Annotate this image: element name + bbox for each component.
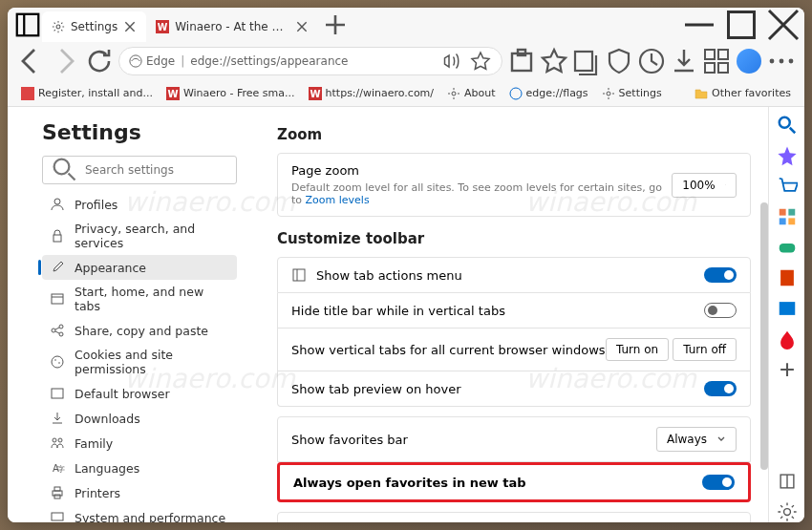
page-zoom-card: Page zoom Default zoom level for all sit… bbox=[277, 153, 751, 217]
search-settings[interactable] bbox=[42, 156, 237, 184]
close-icon[interactable] bbox=[123, 20, 137, 33]
scrollbar[interactable] bbox=[760, 202, 768, 470]
tools-icon[interactable] bbox=[777, 206, 798, 227]
favorites-bar-select[interactable]: Always bbox=[656, 427, 737, 452]
downloads-icon[interactable] bbox=[669, 46, 699, 76]
bookmark-item[interactable]: WWinaero - Free sma... bbox=[160, 84, 301, 103]
bookmark-item[interactable]: Register, install and... bbox=[15, 84, 159, 103]
svg-rect-15 bbox=[718, 63, 728, 73]
search-sidebar-icon[interactable] bbox=[777, 115, 798, 136]
svg-line-57 bbox=[789, 128, 795, 134]
toolbar-icons bbox=[506, 46, 797, 76]
shopping-icon[interactable] bbox=[777, 176, 798, 197]
forward-button[interactable] bbox=[50, 46, 80, 76]
office-icon[interactable] bbox=[777, 267, 798, 288]
nav-profiles[interactable]: Profiles bbox=[42, 192, 237, 217]
new-tab-button[interactable] bbox=[322, 11, 349, 38]
drop-icon[interactable] bbox=[777, 329, 798, 350]
bookmark-item[interactable]: edge://flags bbox=[503, 84, 594, 103]
svg-point-34 bbox=[59, 325, 63, 329]
zoom-levels-link[interactable]: Zoom levels bbox=[306, 194, 370, 206]
bookmark-item[interactable]: About bbox=[441, 84, 502, 103]
svg-rect-39 bbox=[52, 389, 63, 398]
settings-sidebar: Settings Profiles Privacy, search, and s… bbox=[8, 107, 254, 522]
settings-main: Zoom Page zoom Default zoom level for al… bbox=[254, 107, 768, 522]
menu-icon[interactable] bbox=[766, 46, 797, 76]
tab-winaero[interactable]: W Winaero - At the edge of tweaki... bbox=[146, 11, 318, 42]
address-bar[interactable]: Edge | edge://settings/appearance bbox=[118, 47, 502, 75]
svg-rect-0 bbox=[17, 14, 39, 36]
nav-appearance[interactable]: Appearance bbox=[42, 255, 237, 280]
read-aloud-icon[interactable] bbox=[440, 50, 463, 73]
sidebar-settings-icon[interactable] bbox=[777, 501, 798, 522]
profile-avatar[interactable] bbox=[734, 46, 764, 76]
page-zoom-desc: Default zoom level for all sites. To see… bbox=[291, 181, 672, 206]
customize-toolbar-heading: Customize toolbar bbox=[277, 230, 751, 247]
gear-icon bbox=[602, 87, 615, 100]
svg-point-2 bbox=[56, 25, 60, 29]
bookmark-item[interactable]: Settings bbox=[596, 84, 668, 103]
brush-icon bbox=[50, 260, 65, 275]
nav-printers[interactable]: Printers bbox=[42, 480, 237, 505]
nav-share[interactable]: Share, copy and paste bbox=[42, 318, 237, 343]
settings-nav: Profiles Privacy, search, and services A… bbox=[42, 192, 237, 522]
folder-icon bbox=[694, 87, 708, 100]
customize-sidebar-icon[interactable] bbox=[777, 471, 798, 492]
nav-cookies[interactable]: Cookies and site permissions bbox=[42, 343, 237, 381]
turn-off-button[interactable]: Turn off bbox=[673, 338, 737, 361]
history-icon[interactable] bbox=[636, 46, 667, 76]
close-window-button[interactable] bbox=[762, 8, 804, 42]
svg-rect-6 bbox=[729, 12, 755, 38]
bookmark-item[interactable]: Whttps://winaero.com/ bbox=[303, 84, 439, 103]
outlook-icon[interactable] bbox=[777, 298, 798, 319]
other-favorites[interactable]: Other favorites bbox=[689, 84, 797, 103]
extensions-icon[interactable] bbox=[506, 46, 537, 76]
tab-settings[interactable]: Settings bbox=[42, 11, 146, 42]
separator: | bbox=[181, 54, 184, 68]
nav-languages[interactable]: A字Languages bbox=[42, 456, 237, 480]
minimize-button[interactable] bbox=[678, 8, 720, 42]
turn-on-button[interactable]: Turn on bbox=[606, 338, 669, 361]
refresh-button[interactable] bbox=[84, 46, 115, 76]
svg-rect-14 bbox=[705, 63, 715, 73]
nav-privacy[interactable]: Privacy, search, and services bbox=[42, 217, 237, 255]
nav-start[interactable]: Start, home, and new tabs bbox=[42, 280, 237, 318]
hide-title-bar-row: Hide title bar while in vertical tabs bbox=[277, 293, 751, 329]
tab-actions-button[interactable] bbox=[13, 11, 42, 39]
hide-titlebar-toggle[interactable] bbox=[704, 303, 737, 318]
svg-point-17 bbox=[780, 59, 784, 64]
search-input[interactable] bbox=[85, 163, 228, 177]
svg-point-33 bbox=[52, 329, 55, 332]
zoom-heading: Zoom bbox=[277, 126, 751, 143]
games-icon[interactable] bbox=[777, 237, 798, 258]
collections-icon[interactable] bbox=[571, 46, 602, 76]
nav-system[interactable]: System and performance bbox=[42, 505, 237, 522]
favorite-star-icon[interactable] bbox=[469, 50, 492, 73]
nav-family[interactable]: Family bbox=[42, 431, 237, 456]
nav-default[interactable]: Default browser bbox=[42, 381, 237, 406]
nav-downloads[interactable]: Downloads bbox=[42, 406, 237, 431]
favorites-bar-row: Show favorites bar Always bbox=[277, 416, 751, 462]
svg-rect-59 bbox=[788, 209, 795, 216]
discover-icon[interactable] bbox=[777, 145, 798, 166]
share-icon bbox=[50, 323, 65, 338]
always-open-favorites-row: Always open favorites in new tab bbox=[277, 462, 751, 502]
close-icon[interactable] bbox=[295, 20, 309, 33]
zoom-select[interactable]: 100% bbox=[672, 173, 737, 198]
app-icon[interactable] bbox=[701, 46, 732, 76]
maximize-button[interactable] bbox=[720, 8, 762, 42]
svg-rect-10 bbox=[575, 52, 592, 71]
tab-icon bbox=[291, 267, 307, 283]
svg-rect-62 bbox=[779, 244, 795, 253]
always-open-favorites-toggle[interactable] bbox=[702, 475, 735, 490]
tab-preview-toggle[interactable] bbox=[704, 381, 737, 396]
add-sidebar-icon[interactable] bbox=[777, 359, 798, 380]
tab-actions-toggle[interactable] bbox=[704, 267, 737, 283]
bookmarks-bar: Register, install and... WWinaero - Free… bbox=[8, 80, 804, 107]
search-icon bbox=[51, 157, 79, 183]
favorites-icon[interactable] bbox=[539, 46, 569, 76]
svg-rect-19 bbox=[21, 87, 34, 100]
gear-icon bbox=[447, 87, 460, 100]
back-button[interactable] bbox=[15, 46, 46, 76]
browser-essentials-icon[interactable] bbox=[604, 46, 634, 76]
